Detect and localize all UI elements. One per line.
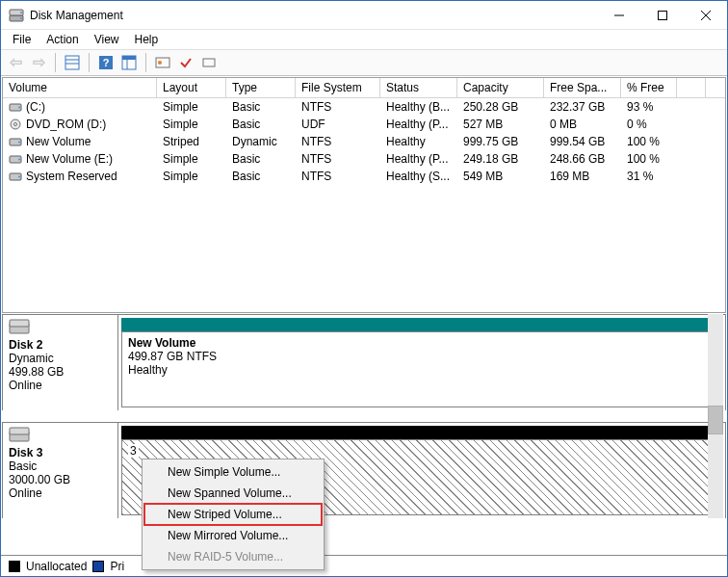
menu-new-spanned-volume[interactable]: New Spanned Volume... [144,483,322,504]
cell-free: 232.37 GB [544,99,621,115]
volume-detail: 499.87 GB NTFS [128,350,715,363]
svg-rect-14 [122,56,136,60]
toolbar-graphic-icon[interactable] [118,52,140,73]
svg-rect-18 [203,59,215,66]
disk-2-row[interactable]: Disk 2 Dynamic 499.88 GB Online New Volu… [2,314,726,410]
svg-point-3 [20,17,22,19]
cell-free: 169 MB [544,169,621,184]
cell-capacity: 250.28 GB [457,99,544,115]
minimize-button[interactable] [597,1,640,29]
disk-2-volumes: New Volume 499.87 GB NTFS Healthy [118,315,725,410]
forward-button[interactable]: ⇨ [28,52,49,73]
toolbar-list-icon[interactable] [62,52,83,73]
disk-2-info: Disk 2 Dynamic 499.88 GB Online [3,315,118,410]
col-filesystem[interactable]: File System [296,78,380,97]
menu-new-striped-volume[interactable]: New Striped Volume... [144,504,322,525]
cell-pct: 0 % [621,117,677,132]
volume-row[interactable]: System ReservedSimpleBasicNTFSHealthy (S… [3,168,725,185]
disk-icon [9,319,30,336]
menu-view[interactable]: View [87,31,127,48]
volume-status: Healthy [128,363,715,377]
volume-row[interactable]: DVD_ROM (D:)SimpleBasicUDFHealthy (P...5… [3,116,725,133]
volume-list: Volume Layout Type File System Status Ca… [2,77,726,313]
svg-point-24 [18,142,20,144]
svg-point-2 [20,12,22,13]
col-volume[interactable]: Volume [3,78,157,97]
disk-2-state: Online [9,379,112,392]
volume-name: (C:) [26,100,45,114]
legend-primary-label: Pri [110,560,124,573]
disk-2-size: 499.88 GB [9,365,112,379]
context-menu: New Simple Volume... New Spanned Volume.… [142,459,325,570]
svg-text:?: ? [103,57,110,68]
menu-help[interactable]: Help [127,31,167,48]
volume-row[interactable]: (C:)SimpleBasicNTFSHealthy (B...250.28 G… [3,98,725,116]
cell-layout: Simple [157,151,226,167]
col-pctfree[interactable]: % Free [621,78,677,97]
volume-rows: (C:)SimpleBasicNTFSHealthy (B...250.28 G… [3,98,725,312]
cell-free: 248.66 GB [544,151,621,167]
column-headers: Volume Layout Type File System Status Ca… [3,78,725,98]
disk-3-color-bar [121,426,722,439]
help-button[interactable]: ? [95,52,117,73]
cell-pct: 31 % [621,169,677,184]
disk-3-info: Disk 3 Basic 3000.00 GB Online [3,423,118,518]
disk-2-volume-box[interactable]: New Volume 499.87 GB NTFS Healthy [121,331,722,407]
disk-3-state: Online [9,486,112,500]
col-extra[interactable] [677,78,706,97]
legend-primary-swatch [92,561,104,572]
cell-status: Healthy [380,134,457,149]
drive-icon [9,101,22,113]
disk-3-row[interactable]: Disk 3 Basic 3000.00 GB Online 3 [2,422,726,518]
unalloc-line1: 3 [128,444,139,458]
window-title: Disk Management [30,9,597,22]
menu-action[interactable]: Action [39,31,86,48]
back-button[interactable]: ⇦ [5,52,26,73]
cell-status: Healthy (P... [380,151,457,167]
titlebar: Disk Management [1,1,727,30]
cell-capacity: 527 MB [457,117,544,132]
legend-unalloc-label: Unallocated [26,560,87,573]
svg-point-20 [18,107,20,109]
toolbar-check-icon[interactable] [175,52,196,73]
volume-name: New Volume [128,336,715,350]
cell-free: 0 MB [544,117,621,132]
cell-layout: Simple [157,169,226,184]
toolbar-settings-icon[interactable] [152,52,173,73]
disk-graphical-view: Disk 2 Dynamic 499.88 GB Online New Volu… [2,314,726,554]
close-button[interactable] [684,1,727,29]
drive-icon [9,136,22,147]
menubar: File Action View Help [1,30,727,49]
cell-type: Basic [226,169,296,184]
svg-point-22 [14,123,17,126]
separator [145,53,146,72]
disk-3-size: 3000.00 GB [9,473,112,486]
volume-row[interactable]: New Volume (E:)SimpleBasicNTFSHealthy (P… [3,150,725,168]
separator [55,53,56,72]
scrollbar-thumb[interactable] [708,406,723,434]
toolbar-box-icon[interactable] [198,52,220,73]
cell-type: Dynamic [226,134,296,149]
cell-pct: 100 % [621,134,677,149]
maximize-button[interactable] [640,1,684,29]
menu-file[interactable]: File [5,31,39,48]
menu-new-mirrored-volume[interactable]: New Mirrored Volume... [144,525,322,546]
col-status[interactable]: Status [380,78,457,97]
col-capacity[interactable]: Capacity [457,78,544,97]
cell-free: 999.54 GB [544,134,621,149]
col-type[interactable]: Type [226,78,296,97]
volume-row[interactable]: New VolumeStripedDynamicNTFSHealthy999.7… [3,133,725,150]
col-free[interactable]: Free Spa... [544,78,621,97]
col-layout[interactable]: Layout [157,78,226,97]
cell-layout: Striped [157,134,226,149]
menu-new-simple-volume[interactable]: New Simple Volume... [144,461,322,483]
cell-type: Basic [226,99,296,115]
svg-rect-8 [65,56,79,69]
volume-name: New Volume (E:) [26,152,113,166]
cell-fs: UDF [296,117,380,132]
cell-fs: NTFS [296,99,380,115]
disk-3-label: Disk 3 [9,446,112,459]
cell-type: Basic [226,151,296,167]
svg-point-17 [158,61,162,65]
app-icon [9,8,24,23]
